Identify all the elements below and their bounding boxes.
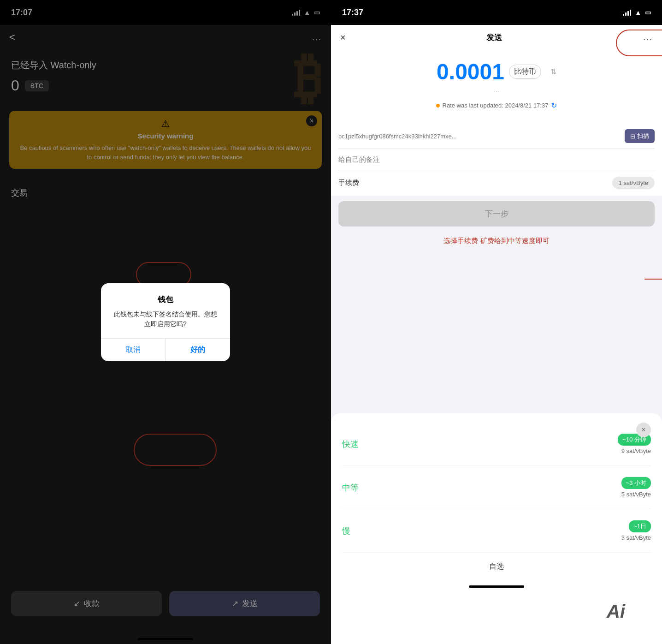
rate-dot	[436, 104, 440, 107]
fee-row: 手续费 1 sat/vByte	[338, 170, 655, 196]
send-more-button[interactable]: ...	[643, 33, 653, 42]
fee-option-slow[interactable]: 慢 ~1日 3 sat/vByte	[342, 509, 651, 553]
status-time-right: 17:37	[342, 8, 363, 18]
scan-label: 扫描	[637, 132, 649, 140]
fee-option-medium[interactable]: 中等 ~3 小时 5 sat/vByte	[342, 466, 651, 509]
dialog-cancel-button[interactable]: 取消	[101, 339, 166, 361]
fee-sat-medium: 5 sat/vByte	[621, 491, 651, 498]
dialog-title: 钱包	[114, 294, 217, 305]
send-close-button[interactable]: ×	[340, 32, 346, 43]
fee-sat-slow: 3 sat/vByte	[621, 534, 651, 541]
send-title: 发送	[486, 32, 502, 43]
scan-icon: ⊟	[630, 133, 635, 140]
convert-icon: ⇅	[550, 67, 556, 76]
fee-label-slow: 慢	[342, 525, 350, 537]
custom-option[interactable]: 自选	[342, 553, 651, 581]
fee-label-fast: 快速	[342, 439, 359, 450]
address-input[interactable]	[338, 133, 625, 140]
amount-section: 0.0001 比特币 ⇅ ... Rate was last updated: …	[331, 50, 662, 124]
fee-option-right-slow: ~1日 3 sat/vByte	[621, 520, 651, 541]
scan-button[interactable]: ⊟ 扫描	[625, 129, 655, 143]
next-button[interactable]: 下一步	[338, 201, 655, 227]
fee-option-right-medium: ~3 小时 5 sat/vByte	[621, 477, 651, 498]
amount-dots: ...	[342, 86, 651, 94]
status-bar-right: 17:37 ▲ ▭	[331, 0, 662, 25]
fee-sat-fast: 9 sat/vByte	[618, 447, 651, 454]
dialog-confirm-button[interactable]: 好的	[166, 339, 231, 361]
fee-label-medium: 中等	[342, 482, 359, 493]
amount-display: 0.0001 比特币 ⇅	[342, 59, 651, 84]
right-panel: 17:37 ▲ ▭ × 发送 ... 0.0001 比特币 ⇅ ... Rate…	[331, 0, 662, 644]
amount-number: 0.0001	[437, 59, 504, 84]
rate-info: Rate was last updated: 2024/8/21 17:37 ↻	[342, 97, 651, 113]
ai-watermark: Ai	[607, 601, 625, 622]
dialog-overlay: 钱包 此钱包未与线下签名结合使用。您想立即启用它吗? 取消 好的	[0, 0, 331, 644]
note-input[interactable]	[338, 149, 655, 170]
rate-text: Rate was last updated: 2024/8/21 17:37	[443, 102, 549, 109]
fee-time-slow: ~1日	[629, 520, 651, 532]
fee-option-fast[interactable]: 快速 ~10 分钟 9 sat/vByte	[342, 423, 651, 466]
address-row: ⊟ 扫描	[338, 124, 655, 149]
fee-time-medium: ~3 小时	[621, 477, 651, 489]
fee-annotation: 选择手续费 矿费给到中等速度即可	[331, 232, 662, 250]
fee-label: 手续费	[338, 179, 359, 187]
status-icons-right: ▲ ▭	[623, 9, 651, 16]
battery-icon-right: ▭	[645, 9, 651, 16]
send-form: ⊟ 扫描 手续费 1 sat/vByte	[331, 124, 662, 196]
sheet-close-button[interactable]: ×	[636, 423, 651, 437]
signal-icon-right	[623, 9, 631, 16]
wifi-icon-right: ▲	[635, 9, 641, 16]
refresh-button[interactable]: ↻	[551, 101, 557, 110]
left-panel: 17:07 ▲ ▭ < ... 已经导入 Watch-only 0 BTC ₿ …	[0, 0, 331, 644]
wallet-dialog: 钱包 此钱包未与线下签名结合使用。您想立即启用它吗? 取消 好的	[101, 283, 230, 361]
custom-label: 自选	[489, 562, 504, 570]
amount-currency: 比特币	[509, 65, 541, 79]
fee-value[interactable]: 1 sat/vByte	[612, 177, 655, 189]
home-indicator-right	[469, 585, 524, 588]
dialog-buttons: 取消 好的	[101, 338, 230, 361]
dialog-message: 此钱包未与线下签名结合使用。您想立即启用它吗?	[114, 310, 217, 329]
send-header: × 发送 ...	[331, 25, 662, 50]
